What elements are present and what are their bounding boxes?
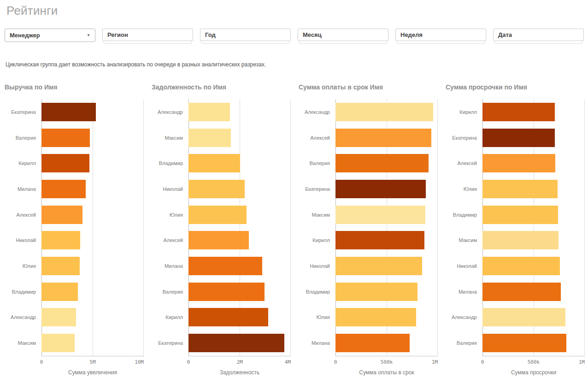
bar[interactable]: [335, 129, 431, 147]
bar[interactable]: [188, 257, 262, 275]
bar-row[interactable]: Николай: [147, 176, 294, 202]
cyclic-dimension-select-manager[interactable]: Менеджер ▼: [5, 29, 95, 42]
filter-pane-region[interactable]: Регион: [102, 29, 193, 41]
bar[interactable]: [41, 308, 76, 326]
bar[interactable]: [188, 129, 231, 147]
bar-row[interactable]: Юлия: [294, 305, 441, 331]
bar[interactable]: [41, 103, 96, 121]
bar[interactable]: [41, 283, 78, 301]
bar-row[interactable]: Максим: [0, 330, 147, 356]
bar-track: [188, 305, 291, 331]
bar-row[interactable]: Владимир: [441, 202, 588, 228]
tick-label: 0: [187, 359, 190, 365]
bar[interactable]: [482, 308, 565, 326]
filter-pane-month[interactable]: Месяц: [298, 29, 388, 41]
bar[interactable]: [188, 206, 247, 224]
filter-pane-date[interactable]: Дата: [493, 29, 584, 41]
bar-row[interactable]: Екатерина: [294, 176, 441, 202]
bar-track: [482, 228, 585, 254]
bar-row[interactable]: Александр: [294, 99, 441, 125]
bar-row[interactable]: Владимир: [147, 150, 294, 176]
bar-row[interactable]: Юлия: [441, 176, 588, 202]
bar[interactable]: [188, 231, 249, 249]
bar[interactable]: [482, 257, 560, 275]
filter-pane-box[interactable]: Неделя: [395, 29, 486, 41]
bar[interactable]: [482, 103, 555, 121]
bar-row[interactable]: Милана: [147, 253, 294, 279]
bar[interactable]: [41, 129, 90, 147]
bar-row[interactable]: Кирилл: [441, 99, 588, 125]
bar-row[interactable]: Екатерина: [441, 125, 588, 151]
bar[interactable]: [41, 257, 80, 275]
bar-row[interactable]: Максим: [147, 125, 294, 151]
bar[interactable]: [482, 180, 558, 198]
bar[interactable]: [335, 334, 410, 352]
bar[interactable]: [188, 334, 284, 352]
bar[interactable]: [482, 129, 555, 147]
bar[interactable]: [335, 154, 429, 172]
bar-row[interactable]: Алексей: [441, 150, 588, 176]
bar-track: [188, 279, 291, 305]
bar[interactable]: [188, 283, 265, 301]
bar-row[interactable]: Милана: [0, 176, 147, 202]
bar-row[interactable]: Екатерина: [147, 330, 294, 356]
bar[interactable]: [188, 308, 268, 326]
bar-row[interactable]: Валерия: [294, 150, 441, 176]
bar-row[interactable]: Николай: [441, 253, 588, 279]
bar-row[interactable]: Валерия: [147, 279, 294, 305]
bar[interactable]: [482, 231, 559, 249]
bar-row[interactable]: Кирилл: [294, 228, 441, 254]
bar-row[interactable]: Кирилл: [0, 150, 147, 176]
bar[interactable]: [188, 154, 240, 172]
bar-row[interactable]: Владимир: [0, 279, 147, 305]
bar-row[interactable]: Валерия: [441, 330, 588, 356]
bar-row[interactable]: Юлия: [0, 253, 147, 279]
bar[interactable]: [41, 231, 80, 249]
bar[interactable]: [482, 206, 558, 224]
bar-label: Кирилл: [147, 314, 188, 320]
bar-row[interactable]: Алексей: [294, 125, 441, 151]
bar-row[interactable]: Екатерина: [0, 99, 147, 125]
bar[interactable]: [41, 334, 75, 352]
bar[interactable]: [482, 334, 566, 352]
bar[interactable]: [335, 103, 433, 121]
bar-row[interactable]: Кирилл: [147, 305, 294, 331]
bar-row[interactable]: Валерия: [0, 125, 147, 151]
filter-pane-box[interactable]: Регион: [102, 29, 193, 41]
bar-row[interactable]: Максим: [294, 202, 441, 228]
filter-pane-box[interactable]: Год: [200, 29, 291, 41]
filter-pane-year[interactable]: Год: [200, 29, 291, 41]
bar-row[interactable]: Николай: [294, 253, 441, 279]
bar-row[interactable]: Милана: [294, 330, 441, 356]
bar[interactable]: [482, 154, 555, 172]
bar-row[interactable]: Максим: [441, 228, 588, 254]
bar[interactable]: [335, 231, 424, 249]
filter-pane-box[interactable]: Месяц: [298, 29, 388, 41]
bar-row[interactable]: Алексей: [147, 228, 294, 254]
bar[interactable]: [41, 154, 89, 172]
bar[interactable]: [41, 180, 86, 198]
bar[interactable]: [335, 308, 416, 326]
charts-row: Выручка по Имя ЕкатеринаВалерияКириллМил…: [0, 77, 588, 384]
bar-label: Алексей: [294, 135, 335, 141]
filter-pane-week[interactable]: Неделя: [395, 29, 486, 41]
bar[interactable]: [188, 180, 245, 198]
bar[interactable]: [41, 206, 82, 224]
bar-track: [335, 228, 438, 254]
bar-row[interactable]: Алексей: [0, 202, 147, 228]
bar[interactable]: [335, 257, 422, 275]
bar-row[interactable]: Александр: [441, 305, 588, 331]
bar-row[interactable]: Милана: [441, 279, 588, 305]
bar-row[interactable]: Юлия: [147, 202, 294, 228]
bar[interactable]: [335, 206, 425, 224]
bar-row[interactable]: Александр: [0, 305, 147, 331]
bar[interactable]: [335, 180, 426, 198]
bar-row[interactable]: Александр: [147, 99, 294, 125]
bar-row[interactable]: Николай: [0, 228, 147, 254]
bar-track: [335, 150, 438, 176]
bar[interactable]: [482, 283, 561, 301]
filter-pane-box[interactable]: Дата: [493, 29, 584, 41]
bar-row[interactable]: Владимир: [294, 279, 441, 305]
bar[interactable]: [335, 283, 417, 301]
bar[interactable]: [188, 103, 230, 121]
